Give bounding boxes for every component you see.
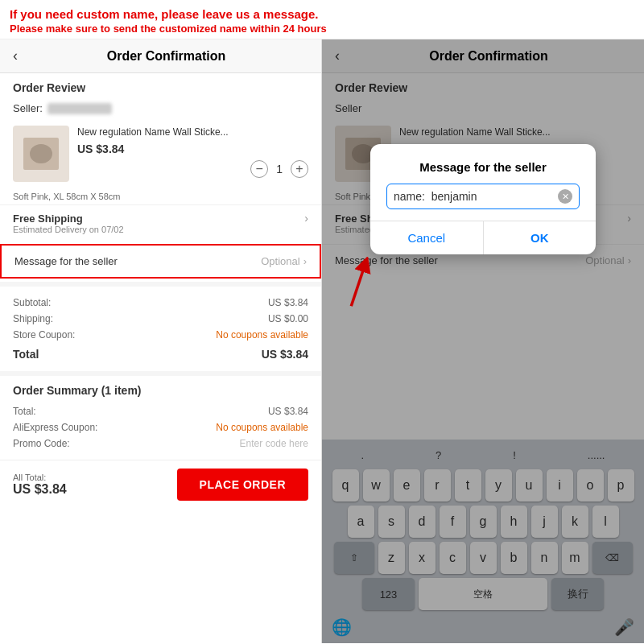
left-subtotal-row: Subtotal: US $3.84 — [13, 295, 308, 311]
left-subtotal-label: Subtotal: — [13, 297, 51, 308]
left-shipping-price-value: US $0.00 — [268, 313, 308, 324]
left-shipping-arrow: › — [304, 212, 308, 225]
red-arrow-indicator — [330, 257, 386, 313]
left-seller-row: Seller: — [0, 97, 321, 119]
left-order-summary-title: Order Summary (1 item) — [13, 384, 308, 397]
left-back-arrow[interactable]: ‹ — [13, 47, 18, 64]
left-message-row[interactable]: Message for the seller Optional › — [0, 244, 321, 279]
left-header-title: Order Confirmation — [24, 49, 308, 64]
modal-input-row[interactable]: ✕ — [386, 184, 580, 209]
left-shipping-price-row: Shipping: US $0.00 — [13, 311, 308, 327]
left-product-row: New regulation Name Wall Sticke... US $3… — [0, 119, 321, 188]
right-column: ‹ Order Confirmation Order Review Seller… — [322, 39, 644, 643]
left-message-optional-text: Optional — [261, 255, 299, 267]
modal-overlay: Message for the seller ✕ Cancel OK — [322, 39, 644, 643]
left-shipping-price-label: Shipping: — [13, 313, 53, 324]
left-pricing-section: Subtotal: US $3.84 Shipping: US $0.00 St… — [0, 282, 321, 371]
left-message-arrow-icon: › — [303, 255, 307, 267]
left-seller-label: Seller: — [13, 102, 43, 114]
left-order-review-label: Order Review — [0, 73, 321, 97]
modal-ok-button[interactable]: OK — [484, 221, 597, 254]
left-message-optional: Optional › — [261, 255, 307, 267]
place-order-button[interactable]: PLACE ORDER — [177, 469, 308, 501]
columns-container: ‹ Order Confirmation Order Review Seller… — [0, 39, 644, 643]
left-message-label: Message for the seller — [14, 255, 118, 267]
left-summary-promo-row: Promo Code: Enter code here — [13, 436, 308, 452]
left-qty-row: − 1 + — [77, 160, 308, 178]
message-modal: Message for the seller ✕ Cancel OK — [370, 144, 596, 254]
left-all-total: All Total: US $3.84 — [13, 473, 67, 497]
left-total-label: Total — [13, 348, 39, 361]
left-bottom-bar: All Total: US $3.84 PLACE ORDER — [0, 460, 321, 509]
left-coupon-label: Store Coupon: — [13, 329, 75, 341]
left-coupon-row: Store Coupon: No coupons available — [13, 327, 308, 343]
banner-sub-text: Please make sure to send the customized … — [10, 23, 634, 36]
left-total-value: US $3.84 — [262, 348, 308, 361]
modal-cancel-button[interactable]: Cancel — [370, 221, 484, 254]
qty-value: 1 — [276, 163, 283, 175]
left-shipping-label: Free Shipping — [13, 213, 83, 225]
banner-main-text: If you need custom name, please leave us… — [10, 6, 634, 23]
left-summary-coupon-label: AliExpress Coupon: — [13, 422, 97, 433]
left-subtotal-value: US $3.84 — [268, 297, 308, 308]
left-summary-total-row: Total: US $3.84 — [13, 403, 308, 419]
left-product-img-inner — [17, 130, 65, 178]
left-summary-total-value: US $3.84 — [268, 406, 308, 417]
right-phone-screen: ‹ Order Confirmation Order Review Seller… — [322, 39, 644, 643]
left-summary-promo-label: Promo Code: — [13, 438, 70, 449]
left-header: ‹ Order Confirmation — [0, 39, 321, 73]
left-summary-coupon-value[interactable]: No coupons available — [216, 422, 308, 433]
left-product-info: New regulation Name Wall Sticke... US $3… — [77, 126, 308, 178]
left-seller-name-blur — [47, 103, 112, 114]
left-column: ‹ Order Confirmation Order Review Seller… — [0, 39, 322, 643]
modal-message-input[interactable] — [394, 190, 558, 203]
left-all-total-label: All Total: — [13, 473, 67, 482]
left-product-variant: Soft Pink, XL 58cm X 58cm — [0, 188, 321, 204]
left-total-row: Total US $3.84 — [13, 343, 308, 363]
left-summary-coupon-row: AliExpress Coupon: No coupons available — [13, 419, 308, 436]
left-coupon-value[interactable]: No coupons available — [216, 329, 308, 341]
left-shipping-row: Free Shipping › Estimated Delivery on 07… — [0, 204, 321, 241]
left-summary-total-label: Total: — [13, 406, 36, 417]
qty-decrease-button[interactable]: − — [250, 160, 268, 178]
modal-clear-button[interactable]: ✕ — [558, 189, 572, 204]
modal-title: Message for the seller — [386, 160, 580, 174]
left-shipping-estimated: Estimated Delivery on 07/02 — [13, 225, 308, 234]
left-product-image — [13, 126, 69, 182]
qty-increase-button[interactable]: + — [291, 160, 308, 178]
left-summary-promo-value: Enter code here — [240, 438, 308, 449]
top-banner: If you need custom name, please leave us… — [0, 0, 644, 39]
left-all-total-amount: US $3.84 — [13, 482, 67, 497]
modal-buttons: Cancel OK — [370, 221, 596, 254]
left-product-name: New regulation Name Wall Sticke... — [77, 126, 308, 139]
left-shipping-main: Free Shipping › — [13, 212, 308, 225]
left-order-summary-section: Order Summary (1 item) Total: US $3.84 A… — [0, 371, 321, 460]
left-product-price: US $3.84 — [77, 142, 308, 155]
svg-line-1 — [351, 264, 365, 307]
